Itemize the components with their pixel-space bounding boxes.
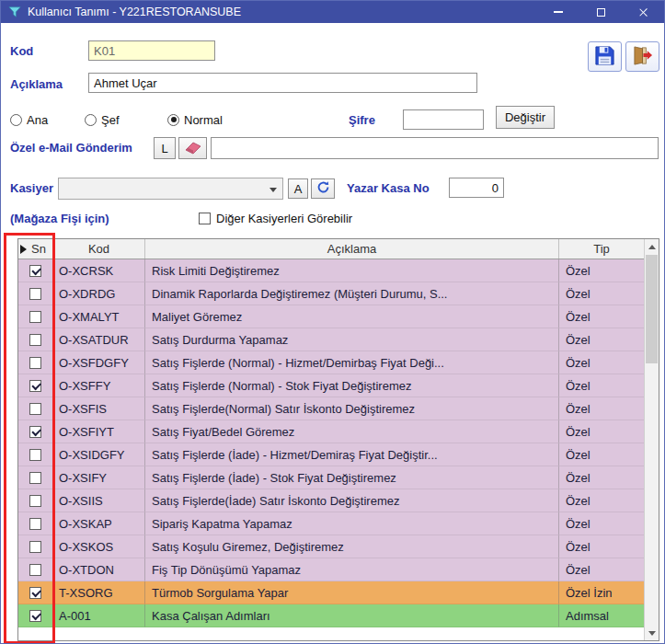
exit-door-icon <box>632 45 653 69</box>
row-select-cell[interactable] <box>18 305 53 328</box>
table-row[interactable]: O-XSKOS Satış Koşulu Giremez, Değiştirem… <box>18 535 644 558</box>
row-kod: O-XSFIYT <box>53 420 145 443</box>
radio-ana-circle[interactable] <box>10 114 22 126</box>
minimize-button[interactable] <box>537 1 579 23</box>
row-tip: Özel <box>559 466 644 489</box>
row-checkbox[interactable] <box>29 311 41 323</box>
kasiyer-refresh-button[interactable] <box>311 178 335 199</box>
radio-sef[interactable]: Şef <box>85 113 120 126</box>
diger-kasiyer-checkbox-item[interactable]: Diğer Kasiyerleri Görebilir <box>199 212 352 225</box>
email-input[interactable] <box>211 137 659 159</box>
row-select-cell[interactable] <box>18 512 53 535</box>
row-kod: O-XSKAP <box>53 512 145 535</box>
row-tip: Özel <box>559 489 644 512</box>
row-select-cell[interactable] <box>18 489 53 512</box>
row-checkbox[interactable] <box>29 288 41 300</box>
table-row[interactable]: O-XSIFY Satış Fişlerde (İade) - Stok Fiy… <box>18 466 644 489</box>
table-row[interactable]: O-XTDON Fiş Tip Dönüşümü Yapamaz Özel <box>18 558 644 581</box>
table-row[interactable]: O-XSFIYT Satış Fiyat/Bedel Göremez Özel <box>18 420 644 443</box>
row-checkbox[interactable] <box>29 334 41 346</box>
close-button[interactable] <box>622 1 664 23</box>
row-checkbox[interactable] <box>29 587 41 599</box>
email-l-button[interactable]: L <box>154 137 176 159</box>
row-aciklama: Kasa Çalışan Adımları <box>145 604 559 627</box>
header-select-column[interactable]: Sn <box>18 239 53 259</box>
table-row[interactable]: O-XDRDG Dinamik Raporlarda Değiştiremez … <box>18 282 644 305</box>
kasiyer-combobox[interactable] <box>58 178 283 200</box>
radio-normal[interactable]: Normal <box>167 113 223 126</box>
aciklama-label: Açıklama <box>10 75 63 95</box>
row-select-cell[interactable] <box>18 604 53 627</box>
filter-icon <box>8 6 21 18</box>
save-button[interactable] <box>588 41 622 72</box>
radio-sef-circle[interactable] <box>85 114 97 126</box>
grid-rows: O-XCRSK Risk Limiti Değiştiremez Özel O-… <box>18 259 644 627</box>
table-row[interactable]: O-XSFIS Satış Fişlerde(Normal) Satır İsk… <box>18 397 644 420</box>
kod-input[interactable] <box>88 40 215 61</box>
row-checkbox[interactable] <box>29 541 41 553</box>
row-select-cell[interactable] <box>18 328 53 351</box>
radio-ana[interactable]: Ana <box>10 113 48 126</box>
header-aciklama[interactable]: Açıklama <box>145 239 559 259</box>
row-select-cell[interactable] <box>18 351 53 374</box>
row-select-cell[interactable] <box>18 581 53 604</box>
scrollbar-thumb[interactable] <box>646 255 658 363</box>
scroll-down-button[interactable] <box>645 626 659 640</box>
header-tip[interactable]: Tip <box>559 239 644 259</box>
header-kod[interactable]: Kod <box>53 239 145 259</box>
row-aciklama: Satış Fişlerde (Normal) - Hizmet/Demirba… <box>145 351 559 374</box>
maximize-button[interactable] <box>579 1 622 23</box>
table-row[interactable]: O-XMALYT Maliyet Göremez Özel <box>18 305 644 328</box>
sifre-label: Şifre <box>349 110 375 131</box>
table-row[interactable]: T-XSORG Türmob Sorgulama Yapar Özel İzin <box>18 581 644 604</box>
table-row[interactable]: O-XSKAP Sipariş Kapatma Yapamaz Özel <box>18 512 644 535</box>
radio-normal-circle[interactable] <box>167 114 179 126</box>
row-checkbox[interactable] <box>29 380 41 392</box>
row-checkbox[interactable] <box>29 564 41 576</box>
row-checkbox[interactable] <box>29 472 41 484</box>
table-row[interactable]: O-XSFFY Satış Fişlerde (Normal) - Stok F… <box>18 374 644 397</box>
row-aciklama: Satış Koşulu Giremez, Değiştiremez <box>145 535 559 558</box>
row-checkbox[interactable] <box>29 265 41 277</box>
row-select-cell[interactable] <box>18 397 53 420</box>
yazar-kasa-input[interactable] <box>449 178 504 198</box>
row-select-cell[interactable] <box>18 282 53 305</box>
row-kod: O-XSIIS <box>53 489 145 512</box>
table-row[interactable]: O-XSIIS Satış Fişlerde(İade) Satır İskon… <box>18 489 644 512</box>
grid-vertical-scrollbar[interactable] <box>644 239 659 640</box>
row-checkbox[interactable] <box>29 610 41 622</box>
row-checkbox[interactable] <box>29 357 41 369</box>
row-select-cell[interactable] <box>18 443 53 466</box>
scroll-up-button[interactable] <box>645 239 659 254</box>
scroll-up-icon <box>648 245 656 249</box>
table-row[interactable]: O-XSIDGFY Satış Fişlerde (İade) - Hizmet… <box>18 443 644 466</box>
row-select-cell[interactable] <box>18 466 53 489</box>
diger-kasiyer-label: Diğer Kasiyerleri Görebilir <box>216 212 352 225</box>
row-checkbox[interactable] <box>29 449 41 461</box>
row-select-cell[interactable] <box>18 535 53 558</box>
email-clear-button[interactable] <box>178 137 207 159</box>
radio-ana-label: Ana <box>27 113 48 127</box>
row-checkbox[interactable] <box>29 495 41 507</box>
row-select-cell[interactable] <box>18 374 53 397</box>
table-row[interactable]: O-XSATDUR Satış Durdurma Yapamaz Özel <box>18 328 644 351</box>
row-select-cell[interactable] <box>18 420 53 443</box>
table-row[interactable]: O-XCRSK Risk Limiti Değiştiremez Özel <box>18 259 644 282</box>
sifre-input[interactable] <box>403 109 484 130</box>
table-row[interactable]: A-001 Kasa Çalışan Adımları Adımsal <box>18 604 644 627</box>
row-checkbox[interactable] <box>29 426 41 438</box>
diger-kasiyer-checkbox[interactable] <box>199 213 211 224</box>
row-select-cell[interactable] <box>18 558 53 581</box>
row-checkbox[interactable] <box>29 518 41 530</box>
exit-button[interactable] <box>625 41 659 72</box>
aciklama-input[interactable] <box>88 73 477 93</box>
row-checkbox[interactable] <box>29 403 41 415</box>
row-tip: Özel <box>559 420 644 443</box>
kasiyer-a-button[interactable]: A <box>288 178 308 199</box>
save-icon <box>594 45 615 69</box>
permissions-grid: Sn Kod Açıklama Tip O-XCRSK Risk Limiti … <box>17 238 659 641</box>
row-select-cell[interactable] <box>18 259 53 282</box>
maximize-icon <box>597 8 605 17</box>
degistir-button[interactable]: Değiştir <box>496 106 555 129</box>
table-row[interactable]: O-XSFDGFY Satış Fişlerde (Normal) - Hizm… <box>18 351 644 374</box>
